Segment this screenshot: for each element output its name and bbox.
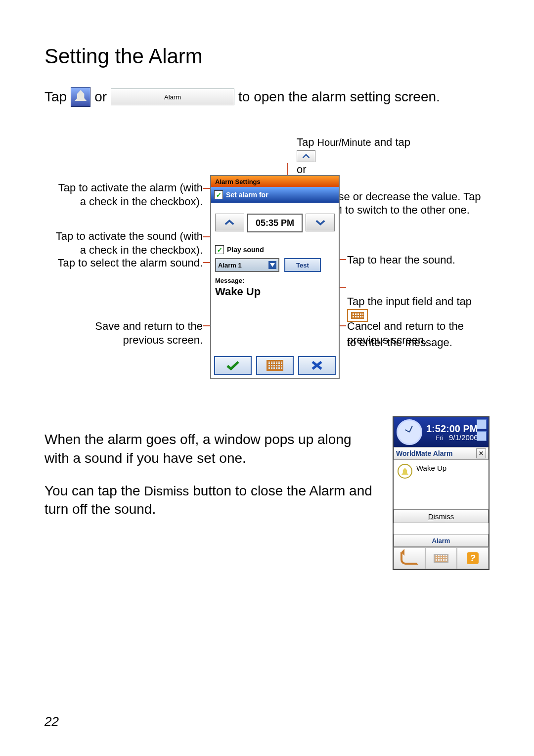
play-sound-row[interactable]: ✓ Play sound: [211, 243, 339, 256]
alarm-icon: [71, 87, 90, 107]
bell-icon: [398, 464, 412, 479]
popup-date: 9/1/2006: [449, 433, 478, 442]
page-number: 22: [44, 714, 59, 729]
intro-rest: to open the alarm setting screen.: [238, 89, 440, 105]
callout-save: Save and return to the previous screen.: [40, 319, 203, 347]
help-button[interactable]: ?: [457, 547, 489, 569]
popup-alarm-row[interactable]: Alarm: [394, 534, 489, 547]
dismiss-button[interactable]: Dismiss: [394, 509, 489, 523]
p2a: You can tap the: [44, 483, 144, 498]
keyboard-icon: [267, 360, 283, 371]
intro-line: Tap or Alarm to open the alarm setting s…: [44, 87, 490, 107]
back-button[interactable]: [394, 547, 425, 569]
paragraph-2: You can tap the Dismiss button to close …: [44, 482, 378, 519]
intro-or: or: [94, 89, 107, 105]
clock-icon: [397, 419, 422, 445]
time-up-button[interactable]: [215, 214, 244, 231]
callout-select-sound: Tap to select the alarm sound.: [40, 256, 203, 270]
message-value[interactable]: Wake Up: [211, 285, 339, 301]
set-alarm-checkbox[interactable]: ✓: [214, 190, 223, 199]
save-button[interactable]: [214, 356, 252, 375]
callout-activate-sound: Tap to activate the sound (with a check …: [40, 229, 203, 257]
sound-dropdown[interactable]: Alarm 1: [215, 258, 279, 272]
time-down-button[interactable]: [306, 214, 335, 231]
keyboard-icon-2: [434, 554, 448, 563]
up-arrow-mini-icon: [297, 150, 315, 162]
device-title: Alarm Settings: [211, 176, 339, 187]
alarm-button[interactable]: Alarm: [111, 89, 234, 105]
paragraph-1: When the alarm goes off, a window pops u…: [44, 430, 378, 468]
popup-titlebar: WorldMate Alarm ✕: [394, 447, 489, 460]
header-icon-1[interactable]: [477, 419, 487, 429]
help-icon: ?: [467, 552, 479, 564]
callout-activate-alarm: Tap to activate the alarm (with a check …: [40, 181, 203, 208]
sound-selected: Alarm 1: [218, 262, 242, 269]
page-title: Setting the Alarm: [44, 44, 490, 68]
keyboard-button[interactable]: [256, 356, 294, 375]
time-row: 05:35 PM: [211, 203, 339, 243]
callout-cancel: Cancel and return to the previous screen…: [347, 319, 464, 347]
cancel-button[interactable]: [298, 356, 336, 375]
callout-hear: Tap to hear the sound.: [347, 253, 455, 267]
alarm-settings-device: Alarm Settings ✓ Set alarm for 05:35 PM …: [210, 175, 340, 379]
p2b: Dismiss: [144, 484, 189, 498]
message-label: Message:: [211, 274, 339, 285]
popup-day: Fri: [436, 435, 443, 442]
intro-tap: Tap: [44, 89, 67, 105]
popup-time: 1:52:00 PM: [426, 424, 478, 434]
popup-message: Wake Up: [416, 464, 446, 472]
time-display[interactable]: 05:35 PM: [247, 214, 303, 232]
close-icon[interactable]: ✕: [476, 448, 486, 458]
alarm-popup: 1:52:00 PM Fri 9/1/2006 WorldMate Alarm …: [393, 416, 490, 570]
play-sound-label: Play sound: [227, 246, 264, 254]
popup-header: 1:52:00 PM Fri 9/1/2006: [394, 417, 489, 447]
test-button[interactable]: Test: [284, 258, 321, 272]
chevron-down-icon: [268, 261, 276, 269]
svg-marker-0: [270, 263, 275, 267]
header-icon-2[interactable]: [477, 431, 487, 441]
popup-body: Wake Up: [394, 460, 489, 507]
back-icon: [400, 552, 418, 565]
play-sound-checkbox[interactable]: ✓: [215, 245, 224, 254]
callout-input-a: Tap the input field and tap: [347, 295, 472, 308]
set-alarm-row[interactable]: ✓ Set alarm for: [211, 187, 339, 203]
popup-titlebar-text: WorldMate Alarm: [396, 449, 452, 457]
set-alarm-label: Set alarm for: [226, 191, 268, 199]
diagram: Tap Hour/Minute and tap or to increase o…: [40, 122, 485, 394]
keyboard-button-2[interactable]: [425, 547, 457, 569]
